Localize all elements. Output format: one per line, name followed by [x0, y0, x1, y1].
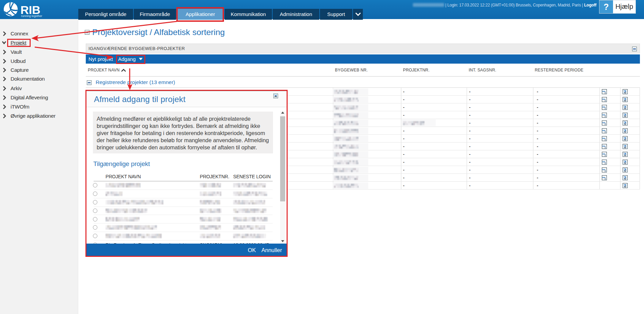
svg-text:running together: running together [21, 14, 42, 18]
